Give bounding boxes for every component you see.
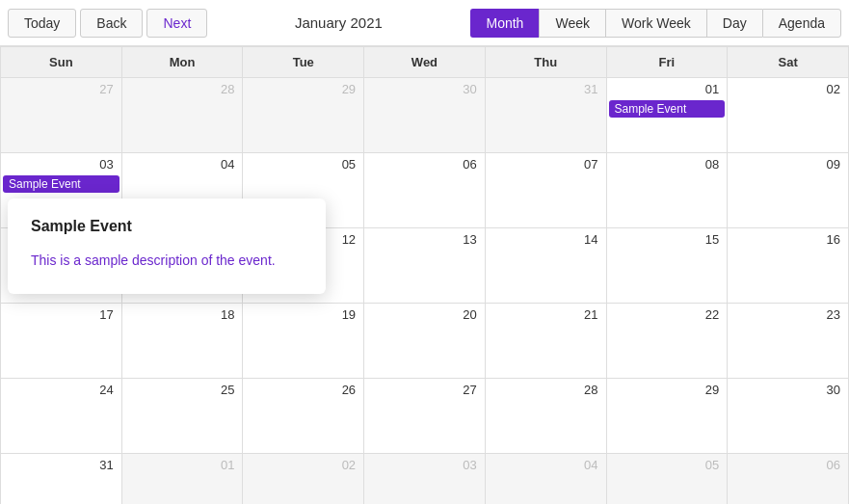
cell-feb06[interactable]: 06 (728, 454, 849, 505)
popup-title: Sample Event (31, 218, 303, 235)
cell-jan02[interactable]: 02 (728, 78, 849, 153)
cell-jan13[interactable]: 13 (364, 228, 486, 304)
cell-jan25[interactable]: 25 (121, 379, 243, 454)
event-popup: Sample Event This is a sample descriptio… (8, 199, 326, 294)
cell-jan14[interactable]: 14 (485, 228, 606, 304)
header-wed: Wed (364, 47, 486, 78)
day-view-button[interactable]: Day (706, 9, 762, 38)
header-fri: Fri (606, 47, 728, 78)
cell-jan16[interactable]: 16 (728, 228, 849, 304)
calendar-row-1: 27 28 29 30 31 01 Sample Event 02 (1, 78, 849, 153)
cell-jan30[interactable]: 30 (728, 379, 849, 454)
cell-jan24[interactable]: 24 (1, 379, 122, 454)
cell-feb04[interactable]: 04 (485, 454, 606, 505)
week-view-button[interactable]: Week (539, 9, 605, 38)
calendar-wrapper: Sun Mon Tue Wed Thu Fri Sat 27 28 29 30 … (0, 46, 849, 504)
cell-feb05[interactable]: 05 (606, 454, 728, 505)
cell-feb01[interactable]: 01 (121, 454, 243, 505)
workweek-view-button[interactable]: Work Week (605, 9, 706, 38)
cell-jan20[interactable]: 20 (364, 304, 486, 379)
cell-jan08[interactable]: 08 (606, 153, 728, 228)
cell-jan23[interactable]: 23 (728, 304, 849, 379)
cell-dec31[interactable]: 31 (485, 78, 606, 153)
cell-jan22[interactable]: 22 (606, 304, 728, 379)
cell-dec29[interactable]: 29 (243, 78, 364, 153)
cell-jan18[interactable]: 18 (121, 304, 243, 379)
cell-jan17[interactable]: 17 (1, 304, 122, 379)
current-month-label: January 2021 (211, 14, 465, 31)
toolbar: Today Back Next January 2021 Month Week … (0, 0, 849, 46)
cell-jan29[interactable]: 29 (606, 379, 728, 454)
calendar-row-5: 24 25 26 27 28 29 30 (1, 379, 849, 454)
today-button[interactable]: Today (8, 9, 76, 38)
agenda-view-button[interactable]: Agenda (762, 9, 841, 38)
header-sat: Sat (728, 47, 849, 78)
cell-jan27[interactable]: 27 (364, 379, 486, 454)
cell-jan28[interactable]: 28 (485, 379, 606, 454)
header-thu: Thu (485, 47, 606, 78)
cell-jan19[interactable]: 19 (243, 304, 364, 379)
cell-jan26[interactable]: 26 (243, 379, 364, 454)
popup-description: This is a sample description of the even… (31, 251, 303, 271)
back-button[interactable]: Back (80, 9, 143, 38)
cell-jan15[interactable]: 15 (606, 228, 728, 304)
cell-feb03[interactable]: 03 (364, 454, 486, 505)
cell-feb02[interactable]: 02 (243, 454, 364, 505)
calendar-row-4: 17 18 19 20 21 22 23 (1, 304, 849, 379)
cell-jan09[interactable]: 09 (728, 153, 849, 228)
calendar-row-6: 31 01 02 03 04 05 06 (1, 454, 849, 505)
cell-jan07[interactable]: 07 (485, 153, 606, 228)
cell-dec30[interactable]: 30 (364, 78, 486, 153)
cell-dec27[interactable]: 27 (1, 78, 122, 153)
cell-jan31[interactable]: 31 (1, 454, 122, 505)
event-jan01[interactable]: Sample Event (609, 100, 726, 118)
next-button[interactable]: Next (146, 9, 207, 38)
view-buttons: Month Week Work Week Day Agenda (470, 9, 842, 38)
calendar-header-row: Sun Mon Tue Wed Thu Fri Sat (1, 47, 849, 78)
header-mon: Mon (121, 47, 243, 78)
event-jan03[interactable]: Sample Event (3, 175, 119, 193)
cell-jan01[interactable]: 01 Sample Event (606, 78, 728, 153)
cell-jan21[interactable]: 21 (485, 304, 606, 379)
cell-jan06[interactable]: 06 (364, 153, 486, 228)
month-view-button[interactable]: Month (470, 9, 540, 38)
cell-dec28[interactable]: 28 (121, 78, 243, 153)
header-tue: Tue (243, 47, 364, 78)
header-sun: Sun (1, 47, 122, 78)
